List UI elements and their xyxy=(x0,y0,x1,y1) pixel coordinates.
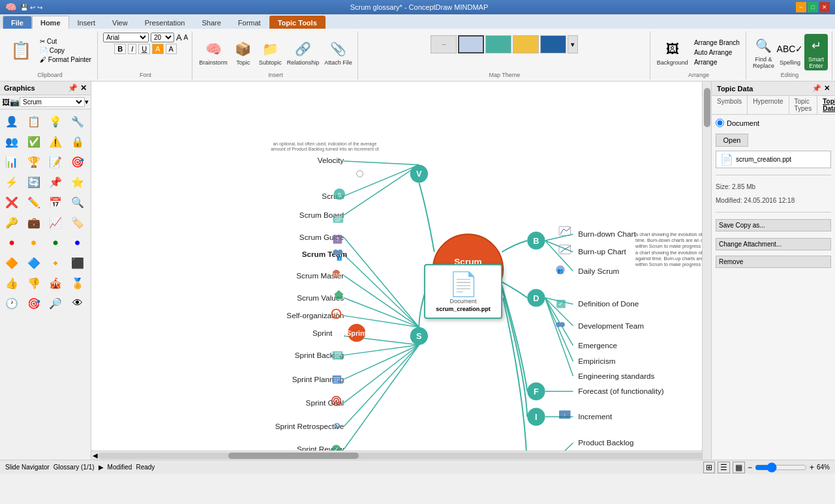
tab-hypernote[interactable]: Hypernote xyxy=(748,96,789,114)
tab-symbols[interactable]: Symbols xyxy=(712,96,748,114)
canvas-area[interactable]: .node-label { font-family: Arial, sans-s… xyxy=(91,82,711,460)
right-panel-scrollbar[interactable] xyxy=(702,82,711,460)
attach-file-button[interactable]: 📎 Attach File xyxy=(323,37,354,67)
font-color-button[interactable]: A xyxy=(166,44,177,54)
theme-swatch-1[interactable]: ··· xyxy=(431,35,457,53)
italic-button[interactable]: I xyxy=(128,44,136,54)
tab-format[interactable]: Format xyxy=(230,16,269,29)
graphic-item[interactable]: 🔶 xyxy=(3,254,21,272)
graphics-dropdown-arrow[interactable]: ▾ xyxy=(85,98,89,106)
topic-button[interactable]: 📦 Topic xyxy=(232,37,255,67)
right-scrollbar-thumb[interactable] xyxy=(704,88,710,127)
graphic-item[interactable]: 🔑 xyxy=(3,213,21,231)
graphic-item[interactable]: 👎 xyxy=(25,274,43,292)
zoom-in-button[interactable]: + xyxy=(810,463,814,472)
mindmap-canvas[interactable]: .node-label { font-family: Arial, sans-s… xyxy=(91,82,711,451)
underline-button[interactable]: U xyxy=(138,44,150,54)
tab-topic-tools[interactable]: Topic Tools xyxy=(269,16,326,29)
find-replace-button[interactable]: 🔍 Find &Replace xyxy=(752,34,776,70)
tab-topic-data[interactable]: Topic Data xyxy=(817,96,835,114)
graphic-item[interactable]: 📌 xyxy=(46,173,65,191)
graphic-item[interactable]: ⚠️ xyxy=(46,132,65,151)
graphic-item[interactable]: 🏆 xyxy=(25,153,43,171)
graphics-category-select[interactable]: Scrum xyxy=(20,97,85,107)
graphic-item[interactable]: 📊 xyxy=(3,153,21,171)
graphic-item[interactable]: 🎯 xyxy=(25,294,43,312)
slide-view-icon[interactable]: ▦ xyxy=(733,462,745,473)
paste-button[interactable]: 📋 xyxy=(7,33,35,68)
auto-arrange-button[interactable]: Auto Arrange xyxy=(692,48,742,57)
subtopic-button[interactable]: 📁 Subtopic xyxy=(258,37,283,67)
graphic-item[interactable]: 🎪 xyxy=(46,274,65,292)
graphic-item[interactable]: ● xyxy=(68,233,87,252)
tab-view[interactable]: View xyxy=(104,16,136,29)
theme-swatch-2[interactable] xyxy=(458,35,484,53)
next-page-arrow[interactable]: ▶ xyxy=(99,464,104,471)
tab-presentation[interactable]: Presentation xyxy=(136,16,194,29)
graphics-close-icon[interactable]: ✕ xyxy=(80,83,87,93)
graphic-item[interactable]: 🕐 xyxy=(3,294,21,312)
arrange-button[interactable]: Arrange xyxy=(692,58,742,67)
arrange-branch-button[interactable]: Arrange Branch xyxy=(692,38,742,47)
format-painter-button[interactable]: 🖌 Format Painter xyxy=(38,55,93,64)
tab-share[interactable]: Share xyxy=(193,16,229,29)
theme-dropdown[interactable]: ▾ xyxy=(568,35,578,53)
zoom-slider[interactable] xyxy=(755,462,807,473)
graphic-item[interactable]: 👍 xyxy=(3,274,21,292)
graphic-item[interactable]: 👁 xyxy=(68,294,87,312)
graphics-pin-icon[interactable]: 📌 xyxy=(68,83,78,93)
graphic-item[interactable]: 🏅 xyxy=(68,274,87,292)
horizontal-scrollbar[interactable]: ◀ ▶ xyxy=(91,451,711,460)
outline-view-icon[interactable]: ☰ xyxy=(718,462,730,473)
graphic-item[interactable]: 🔒 xyxy=(68,132,87,151)
graphic-item[interactable]: 🔷 xyxy=(25,254,43,272)
graphic-item[interactable]: 👤 xyxy=(3,112,21,130)
graphic-item[interactable]: ⚡ xyxy=(3,173,21,191)
graphic-item[interactable]: 📈 xyxy=(46,213,65,231)
relationship-button[interactable]: 🔗 Relationship xyxy=(286,37,321,67)
copy-button[interactable]: 📄 Copy xyxy=(38,46,93,55)
theme-swatch-4[interactable] xyxy=(513,35,539,53)
maximize-button[interactable]: □ xyxy=(808,2,818,12)
document-radio[interactable] xyxy=(716,119,724,127)
remove-button[interactable]: Remove xyxy=(716,256,831,268)
graphic-item[interactable]: 🏷️ xyxy=(68,213,87,231)
graphic-item[interactable]: 🔧 xyxy=(68,112,87,130)
graphic-item[interactable]: 🔸 xyxy=(46,254,65,272)
font-shrink-button[interactable]: A xyxy=(184,34,189,41)
zoom-out-button[interactable]: − xyxy=(748,463,752,472)
graphic-item[interactable]: ⬛ xyxy=(68,254,87,272)
font-grow-button[interactable]: A xyxy=(176,33,182,42)
tab-home[interactable]: Home xyxy=(32,16,69,29)
tab-topic-types[interactable]: Topic Types xyxy=(789,96,818,114)
close-button[interactable]: ✕ xyxy=(819,2,830,12)
graphic-item[interactable]: 💼 xyxy=(25,213,43,231)
bold-button[interactable]: B xyxy=(114,44,126,54)
save-copy-button[interactable]: Save Copy as... xyxy=(716,219,831,231)
tab-insert[interactable]: Insert xyxy=(69,16,104,29)
graphic-item[interactable]: ❌ xyxy=(3,193,21,211)
highlight-button[interactable]: A xyxy=(152,44,163,54)
tab-file[interactable]: File xyxy=(3,16,32,29)
theme-swatch-3[interactable] xyxy=(485,35,511,53)
graphic-item[interactable]: ✏️ xyxy=(25,193,43,211)
font-name-select[interactable]: Arial xyxy=(103,33,149,42)
graphic-item[interactable]: 🔎 xyxy=(46,294,65,312)
theme-swatch-5[interactable] xyxy=(540,35,566,53)
cut-button[interactable]: ✂ Cut xyxy=(38,37,93,46)
change-attachment-button[interactable]: Change Attachment... xyxy=(716,238,831,250)
graphic-item[interactable]: 👥 xyxy=(3,132,21,151)
graphic-item[interactable]: ⭐ xyxy=(68,173,87,191)
topic-data-close-icon[interactable]: ✕ xyxy=(824,84,830,93)
brainstorm-button[interactable]: 🧠 Brainstorm xyxy=(198,37,229,67)
font-size-select[interactable]: 20 xyxy=(151,33,174,42)
graphic-item[interactable]: 🔍 xyxy=(68,193,87,211)
graphic-item[interactable]: 🔄 xyxy=(25,173,43,191)
scroll-left-btn[interactable]: ◀ xyxy=(93,452,98,459)
graphic-item[interactable]: ● xyxy=(3,233,21,252)
graphic-item[interactable]: 📝 xyxy=(46,153,65,171)
scroll-thumb[interactable] xyxy=(228,452,359,459)
graphic-item[interactable]: 📋 xyxy=(25,112,43,130)
smart-enter-button[interactable]: ↵ SmartEnter xyxy=(804,34,828,70)
graphic-item[interactable]: 💡 xyxy=(46,112,65,130)
